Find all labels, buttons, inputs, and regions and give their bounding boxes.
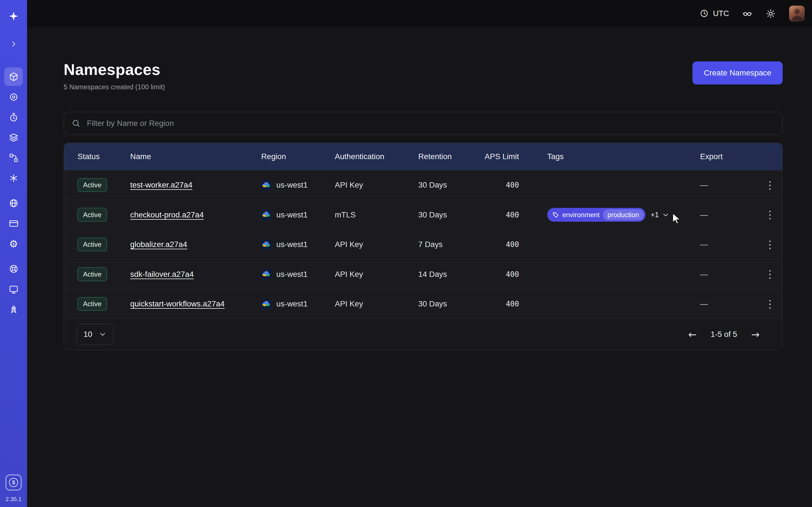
row-menu-kebab-icon[interactable]: ⋮ <box>762 177 778 193</box>
export-value: — <box>700 180 758 189</box>
namespace-link[interactable]: checkout-prod.a27a4 <box>130 210 204 219</box>
namespace-link[interactable]: sdk-failover.a27a4 <box>130 270 194 279</box>
namespaces-page: Namespaces 5 Namespaces created (100 lim… <box>27 27 812 507</box>
person-silhouette-icon <box>789 6 805 21</box>
cube-icon <box>8 71 19 82</box>
auth-label: API Key <box>335 180 418 189</box>
create-namespace-button[interactable]: Create Namespace <box>693 61 783 84</box>
namespace-link[interactable]: test-worker.a27a4 <box>130 180 193 189</box>
table-row: Active test-worker.a27a4 us-west1 API Ke… <box>64 170 783 200</box>
theme-toggle[interactable] <box>765 8 776 19</box>
namespace-link[interactable]: globalizer.a27a4 <box>130 240 187 249</box>
sidebar-item-nexus[interactable] <box>4 169 23 188</box>
sidebar-item-settings[interactable]: ⚙ <box>4 235 23 253</box>
next-page-arrow-icon[interactable]: → <box>751 329 759 340</box>
col-region: Region <box>261 152 335 161</box>
app-version: 2.35.1 <box>6 496 22 503</box>
goggles-icon <box>742 8 753 19</box>
gcp-cloud-icon <box>261 299 271 309</box>
row-menu-kebab-icon[interactable]: ⋮ <box>762 207 778 223</box>
usage-cost-icon[interactable]: $ <box>6 474 21 490</box>
timezone-label: UTC <box>713 9 729 18</box>
timezone-selector[interactable]: UTC <box>700 9 729 18</box>
tag-value: production <box>603 209 644 220</box>
region-label: us-west1 <box>276 210 308 219</box>
gcp-cloud-icon <box>261 239 271 250</box>
col-status: Status <box>78 152 130 161</box>
row-menu-kebab-icon[interactable]: ⋮ <box>762 266 778 283</box>
filter-search-box[interactable] <box>64 112 783 135</box>
status-badge: Active <box>78 297 107 311</box>
search-input[interactable] <box>86 118 775 128</box>
auth-label: API Key <box>335 240 418 249</box>
sidebar-item-feedback[interactable] <box>4 280 23 299</box>
retention-label: 7 Days <box>418 240 484 249</box>
table-row: Active sdk-failover.a27a4 us-west1 API K… <box>64 259 783 289</box>
region-label: us-west1 <box>276 180 308 189</box>
asterisk-icon <box>8 173 19 183</box>
clock-icon <box>700 9 709 18</box>
page-title: Namespaces <box>64 61 165 78</box>
tag-icon <box>552 212 559 218</box>
col-aps-limit: APS Limit <box>484 152 547 161</box>
pagination: ← 1-5 of 5 → <box>688 329 760 340</box>
sidebar-item-workflows[interactable] <box>4 88 23 107</box>
sidebar-item-getting-started[interactable] <box>4 300 23 319</box>
retention-label: 14 Days <box>418 270 484 279</box>
tag-key: environment <box>562 211 599 219</box>
aps-value: 400 <box>484 181 547 189</box>
temporal-logo-icon[interactable] <box>4 7 23 25</box>
aps-value: 400 <box>484 300 547 308</box>
pagination-range: 1-5 of 5 <box>711 330 737 339</box>
sidebar-footer: $ 2.35.1 <box>6 474 22 507</box>
gcp-cloud-icon <box>261 210 271 220</box>
sidebar-item-batch[interactable] <box>4 128 23 147</box>
col-authentication: Authentication <box>335 152 418 161</box>
export-value: — <box>700 240 758 249</box>
sidebar-expand-chevron-icon[interactable] <box>4 35 23 54</box>
gcp-cloud-icon <box>261 180 271 190</box>
search-icon <box>71 119 81 128</box>
table-header: Status Name Region Authentication Retent… <box>64 143 783 170</box>
sidebar-item-billing[interactable] <box>4 214 23 233</box>
prev-page-arrow-icon[interactable]: ← <box>688 329 696 340</box>
user-avatar[interactable] <box>789 6 805 21</box>
stopwatch-icon <box>8 112 19 122</box>
page-title-block: Namespaces 5 Namespaces created (100 lim… <box>64 61 165 91</box>
sidebar-item-deployments[interactable] <box>4 149 23 167</box>
table-row: Active quickstart-workflows.a27a4 us-wes… <box>64 289 783 319</box>
chevron-down-icon[interactable] <box>662 211 669 219</box>
sidebar-item-schedules[interactable] <box>4 108 23 127</box>
namespace-link[interactable]: quickstart-workflows.a27a4 <box>130 299 225 308</box>
status-badge: Active <box>78 208 107 221</box>
gcp-cloud-icon <box>261 269 271 279</box>
row-menu-kebab-icon[interactable]: ⋮ <box>762 236 778 252</box>
col-retention: Retention <box>418 152 484 161</box>
table-footer: 10 ← 1-5 of 5 → <box>64 319 783 350</box>
labs-mode-toggle[interactable] <box>742 8 753 19</box>
tag-pill[interactable]: environment production <box>547 208 645 221</box>
sidebar-item-support[interactable] <box>4 260 23 279</box>
region-label: us-west1 <box>276 240 308 249</box>
table-row: Active checkout-prod.a27a4 us-west1 mTLS… <box>64 200 783 230</box>
sidebar-item-namespaces[interactable] <box>4 67 23 86</box>
col-tags: Tags <box>547 152 700 161</box>
app-window: ⚙ $ 2.35.1 UTC <box>0 0 812 507</box>
target-icon <box>8 92 19 102</box>
rocket-icon <box>8 304 19 315</box>
sun-icon <box>765 8 776 19</box>
topbar: UTC <box>27 0 812 27</box>
namespaces-table: Status Name Region Authentication Retent… <box>64 143 783 350</box>
sidebar-item-regions[interactable] <box>4 194 23 213</box>
page-size-value: 10 <box>84 330 92 339</box>
col-name: Name <box>130 152 261 161</box>
lifebuoy-icon <box>8 264 19 274</box>
page-size-select[interactable]: 10 <box>77 324 113 345</box>
tag-more-count: +1 <box>651 211 659 219</box>
chevron-down-icon <box>99 331 106 338</box>
auth-label: mTLS <box>335 210 418 219</box>
aps-value: 400 <box>484 211 547 219</box>
gear-icon: ⚙ <box>9 239 18 249</box>
row-menu-kebab-icon[interactable]: ⋮ <box>762 295 778 312</box>
col-export: Export <box>700 152 758 161</box>
